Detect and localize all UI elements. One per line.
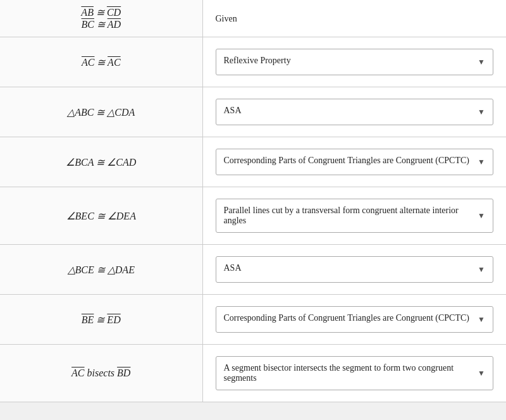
dropdown-reflexive-arrow: ▼ [478, 58, 485, 67]
dropdown-asa-2-arrow: ▼ [478, 265, 485, 275]
statement-cell-6: △BCE ≅ △DAE [0, 245, 202, 295]
reason-cell-7[interactable]: Corresponding Parts of Congruent Triangl… [202, 295, 506, 345]
dropdown-parallel-lines-arrow: ▼ [478, 211, 485, 221]
dropdown-cpctc-1-arrow: ▼ [478, 158, 485, 167]
dropdown-bisector-text: A segment bisector intersects the segmen… [224, 363, 454, 383]
statement-bce-dae: △BCE ≅ △DAE [68, 264, 135, 275]
reason-cell-2[interactable]: Reflexive Property ▼ [202, 37, 506, 87]
statement-bc-ad: BC ≅ AD [82, 19, 121, 30]
statement-cell-8: AC bisects BD [0, 345, 202, 402]
dropdown-asa-1[interactable]: ASA ▼ [216, 99, 494, 125]
reason-cell-1: Given [202, 0, 506, 37]
statement-cell-3: △ABC ≅ △CDA [0, 87, 202, 137]
statement-be-ed: BE ≅ ED [82, 314, 121, 325]
dropdown-asa-1-arrow: ▼ [478, 108, 485, 117]
statement-cell-1: AB ≅ CD BC ≅ AD [0, 0, 202, 37]
statement-ac-ac: AC ≅ AC [82, 57, 121, 68]
proof-row-bec-dea: ∠BEC ≅ ∠DEA Parallel lines cut by a tran… [0, 187, 506, 245]
proof-row-ac-ac: AC ≅ AC Reflexive Property ▼ [0, 37, 506, 87]
dropdown-asa-2[interactable]: ASA ▼ [216, 256, 494, 283]
statement-ac-bisects-bd: AC bisects BD [71, 368, 130, 378]
dropdown-asa-2-text: ASA [224, 263, 242, 273]
dropdown-reflexive[interactable]: Reflexive Property ▼ [216, 49, 494, 75]
proof-row-bce-dae: △BCE ≅ △DAE ASA ▼ [0, 245, 506, 295]
proof-row-bca-cad: ∠BCA ≅ ∠CAD Corresponding Parts of Congr… [0, 137, 506, 187]
proof-row-be-ed: BE ≅ ED Corresponding Parts of Congruent… [0, 295, 506, 345]
reason-cell-3[interactable]: ASA ▼ [202, 87, 506, 137]
proof-row-ac-bisects-bd: AC bisects BD A segment bisector interse… [0, 345, 506, 402]
reason-cell-5[interactable]: Parallel lines cut by a transversal form… [202, 187, 506, 245]
dropdown-parallel-lines[interactable]: Parallel lines cut by a transversal form… [216, 199, 494, 233]
reason-cell-8[interactable]: A segment bisector intersects the segmen… [202, 345, 506, 402]
statement-cell-2: AC ≅ AC [0, 37, 202, 87]
dropdown-bisector-arrow: ▼ [478, 369, 485, 378]
dropdown-cpctc-1-text: Corresponding Parts of Congruent Triangl… [224, 156, 469, 165]
proof-row-abc-cda: △ABC ≅ △CDA ASA ▼ [0, 87, 506, 137]
dropdown-cpctc-2[interactable]: Corresponding Parts of Congruent Triangl… [216, 306, 494, 333]
statement-cell-7: BE ≅ ED [0, 295, 202, 345]
statement-cell-5: ∠BEC ≅ ∠DEA [0, 187, 202, 245]
dropdown-cpctc-1[interactable]: Corresponding Parts of Congruent Triangl… [216, 149, 494, 175]
statement-ab-cd: AB ≅ CD [81, 7, 121, 18]
reason-cell-4[interactable]: Corresponding Parts of Congruent Triangl… [202, 137, 506, 187]
dropdown-asa-1-text: ASA [224, 106, 242, 115]
statement-bca-cad: ∠BCA ≅ ∠CAD [66, 157, 136, 168]
proof-row-given: AB ≅ CD BC ≅ AD Given [0, 0, 506, 37]
dropdown-bisector[interactable]: A segment bisector intersects the segmen… [216, 356, 494, 390]
reason-given-text: Given [216, 11, 237, 26]
dropdown-parallel-lines-text: Parallel lines cut by a transversal form… [224, 206, 459, 225]
dropdown-cpctc-2-arrow: ▼ [478, 315, 485, 324]
statement-bec-dea: ∠BEC ≅ ∠DEA [66, 211, 136, 221]
dropdown-cpctc-2-text: Corresponding Parts of Congruent Triangl… [224, 313, 469, 323]
dropdown-reflexive-text: Reflexive Property [224, 56, 291, 65]
statement-abc-cda: △ABC ≅ △CDA [67, 107, 135, 118]
statement-cell-4: ∠BCA ≅ ∠CAD [0, 137, 202, 187]
reason-cell-6[interactable]: ASA ▼ [202, 245, 506, 295]
